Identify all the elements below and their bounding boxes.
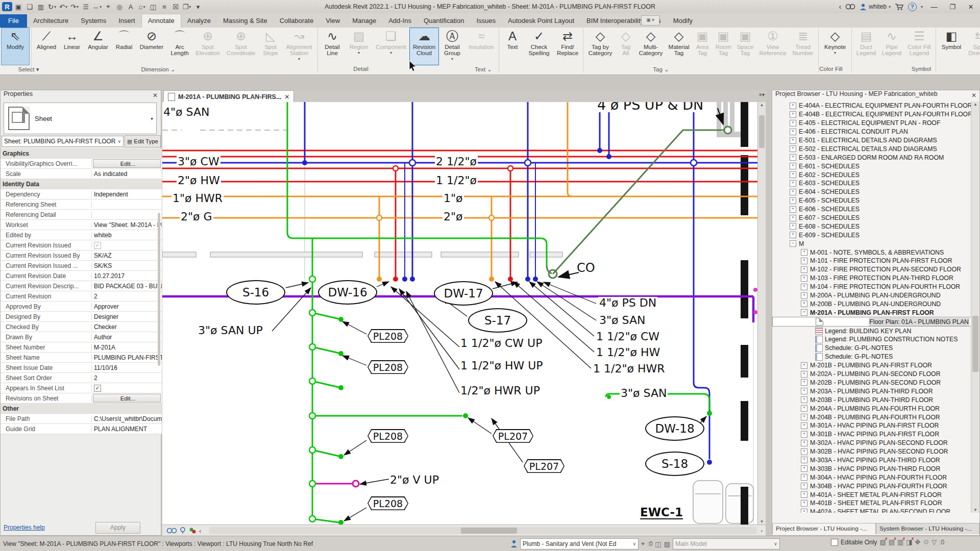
ribbon-button-find-replace[interactable]: ⇄Find/ Replace: [554, 28, 581, 65]
qat-icon[interactable]: ⌂: [137, 2, 147, 12]
tree-expander-icon[interactable]: +: [801, 491, 807, 498]
fixture-tag-ellipse[interactable]: DW-16: [318, 280, 377, 305]
plumbing-fixture-tag-hex[interactable]: PL208: [368, 496, 408, 510]
qat-icon[interactable]: ↻: [47, 2, 57, 12]
property-value[interactable]: C:\Users\t_whitbr\Docume...: [92, 414, 162, 423]
apply-button[interactable]: Apply: [95, 522, 140, 534]
property-value[interactable]: 11/10/16: [92, 363, 162, 372]
ribbon-button-spot-elevation[interactable]: ⊕Spot Elevation: [192, 28, 223, 65]
tree-expander-icon[interactable]: +: [801, 249, 807, 256]
tree-expander-icon[interactable]: +: [790, 171, 796, 178]
tree-item[interactable]: + E-607 - SCHEDULES: [772, 214, 971, 222]
tree-item[interactable]: + M-204B - PLUMBING PLAN-FOURTH FLOOR: [772, 413, 971, 421]
tree-item[interactable]: + M-301B - HVAC PIPING PLAN-FIRST FLOOR: [772, 430, 971, 439]
tree-item[interactable]: + E-603 - SCHEDULES: [772, 179, 971, 188]
ribbon-tab[interactable]: Massing & Site: [217, 14, 274, 28]
tree-item[interactable]: + M-200A - PLUMBING PLAN-UNDERGROUND: [772, 291, 971, 300]
tree-expander-icon[interactable]: +: [790, 154, 796, 161]
fixture-tag-ellipse[interactable]: DW-17: [434, 281, 493, 306]
pipe-annotation[interactable]: 1"ø: [443, 192, 464, 204]
plumbing-fixture-tag-hex[interactable]: PL207: [493, 429, 533, 443]
ribbon-button-check-spelling[interactable]: ✓Check Spelling: [524, 28, 554, 65]
editable-only-checkbox[interactable]: [831, 539, 838, 546]
ribbon-tab[interactable]: Quantification: [418, 14, 471, 28]
tree-expander-icon[interactable]: +: [801, 284, 807, 290]
unpin-icon[interactable]: ▥: [897, 538, 903, 546]
ribbon-tab[interactable]: Issues: [470, 14, 502, 28]
ribbon-panel-label[interactable]: Text ⌄: [453, 66, 514, 73]
tree-item[interactable]: + E-604 - SCHEDULES: [772, 188, 971, 196]
property-value[interactable]: SK/AZ: [92, 251, 162, 260]
tree-item[interactable]: Floor Plan: 01A - PLUMBING PLAN: [772, 317, 971, 327]
tree-item[interactable]: + E-503 - ENLARGED DORM ROOM AND RA ROOM: [772, 153, 971, 162]
pipe-annotation[interactable]: 2"ø: [443, 211, 464, 222]
tree-item[interactable]: − M: [772, 239, 971, 248]
property-value[interactable]: PLUMBING PLAN-FIRST FL...: [92, 353, 162, 362]
ribbon-button-aligned[interactable]: ⟋Aligned: [33, 28, 60, 65]
tree-expander-icon[interactable]: +: [790, 120, 796, 127]
filter-icon[interactable]: ▽: [932, 538, 937, 546]
tree-expander-icon[interactable]: +: [790, 206, 796, 213]
tree-expander-icon[interactable]: +: [801, 405, 807, 412]
ribbon-button-area-tag[interactable]: ▣Area Tag: [692, 28, 713, 65]
tree-expander-icon[interactable]: +: [801, 474, 807, 481]
ribbon-button-multi-category[interactable]: ◇Multi- Category: [636, 28, 666, 65]
property-value[interactable]: 2: [92, 291, 162, 301]
worksharing-display-icon[interactable]: [189, 527, 196, 534]
qat-icon[interactable]: ☰: [81, 2, 91, 12]
pipe-annotation[interactable]: 2 1/2"ø: [435, 156, 478, 167]
qat-icon[interactable]: ◫: [148, 2, 158, 12]
property-value[interactable]: BID PACKAGE 03 - BULLET...: [92, 281, 162, 291]
tree-expander-icon[interactable]: +: [801, 379, 807, 386]
type-selector[interactable]: Sheet ▾: [4, 103, 157, 134]
pipe-annotation[interactable]: 2"ø V UP: [390, 474, 439, 486]
pipe-annotation[interactable]: 4"ø SAN: [163, 106, 209, 118]
ribbon-panel-label[interactable]: Color Fill: [800, 66, 862, 72]
design-option-dropdown[interactable]: Main Model∨: [673, 538, 780, 549]
tree-expander-icon[interactable]: +: [801, 509, 807, 513]
tree-item[interactable]: + M-101 - FIRE PROTECTION PLAN-FIRST FLO…: [772, 257, 971, 265]
project-browser-close-icon[interactable]: ✕: [971, 92, 976, 99]
tree-expander-icon[interactable]: +: [790, 215, 796, 221]
ribbon-tab[interactable]: Architecture: [27, 14, 75, 28]
exclude-options-icon[interactable]: ▧: [879, 538, 886, 546]
qat-icon[interactable]: ≡: [159, 2, 169, 12]
pipe-annotation[interactable]: 2"ø G: [180, 211, 213, 222]
editable-elements-icon[interactable]: ⌖: [641, 540, 645, 548]
ribbon-button-duct-legend[interactable]: ▤Duct Legend: [853, 28, 879, 65]
property-value[interactable]: As indicated: [92, 169, 162, 179]
tree-expander-icon[interactable]: +: [790, 223, 796, 230]
property-value[interactable]: Author: [92, 332, 162, 342]
tree-expander-icon[interactable]: +: [790, 163, 796, 169]
scroll-right-icon[interactable]: ›: [761, 528, 766, 534]
property-value[interactable]: Approver: [92, 302, 162, 311]
tree-expander-icon[interactable]: +: [801, 371, 807, 378]
ribbon-button-spot-coordinate[interactable]: ⊕Spot Coordinate: [223, 28, 259, 65]
tree-item[interactable]: + M-001 - NOTE, SYMBOLS, & ABBREVIATIONS: [772, 248, 971, 257]
property-value[interactable]: View "Sheet: M-201A - PL...: [92, 220, 162, 230]
ribbon-panel-label[interactable]: Dimension ⌄: [128, 66, 189, 73]
tree-item[interactable]: + M-303B - HVAC PIPING PLAN-THIRD FLOOR: [772, 464, 971, 473]
canvas-horizontal-scrollbar[interactable]: [209, 527, 756, 534]
property-value[interactable]: [39, 179, 162, 189]
ribbon-button-revision-cloud[interactable]: ☁Revision Cloud: [409, 28, 439, 65]
ribbon-button-component[interactable]: ❏Component: [373, 28, 409, 65]
property-value[interactable]: [92, 240, 162, 250]
property-value[interactable]: [92, 199, 162, 209]
tree-expander-icon[interactable]: +: [790, 111, 796, 118]
exclude-elements-icon[interactable]: ◨: [906, 538, 912, 546]
pipe-annotation[interactable]: CO: [577, 262, 595, 274]
tree-item[interactable]: + M-401B - SHEET METAL PLAN-FIRST FLOOR: [772, 499, 971, 508]
property-value[interactable]: M-201A: [92, 342, 162, 352]
tree-expander-icon[interactable]: +: [801, 362, 807, 369]
tree-item[interactable]: + M-102 - FIRE PROTECTION PLAN-SECOND FL…: [772, 265, 971, 274]
ribbon-button-tag-all[interactable]: ◇Tag All: [616, 28, 636, 65]
property-value[interactable]: Independent: [92, 189, 162, 199]
press-drag-icon[interactable]: ✥: [915, 538, 921, 546]
qat-icon[interactable]: ☒: [170, 2, 181, 12]
pipe-annotation[interactable]: EWC-1: [640, 506, 683, 519]
tree-expander-icon[interactable]: +: [790, 103, 796, 109]
revit-logo-icon[interactable]: R: [2, 2, 12, 11]
tree-item[interactable]: + M-302B - HVAC PIPING PLAN-SECOND FLOOR: [772, 447, 971, 456]
add-to-set-icon[interactable]: ▨: [664, 540, 670, 548]
